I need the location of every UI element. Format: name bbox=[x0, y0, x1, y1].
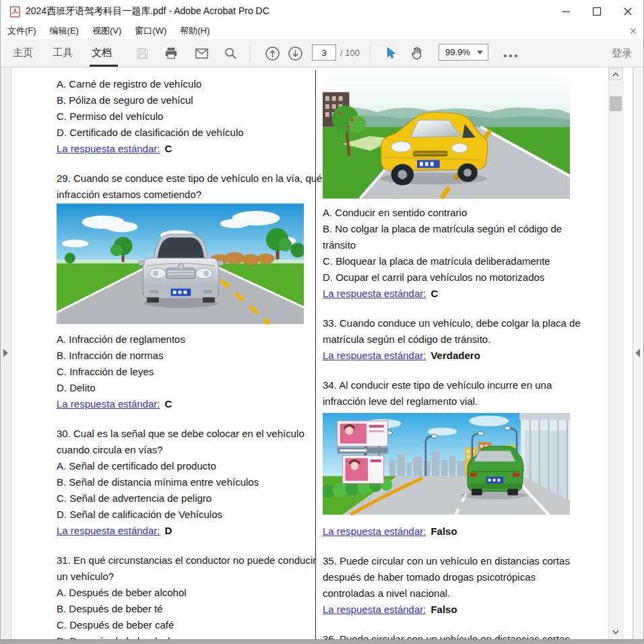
chevron-down-icon bbox=[477, 51, 483, 55]
option-line: B. Póliza de seguro de vehícul bbox=[57, 92, 309, 108]
question-line: 33. Cuando conduce un vehículo, debe col… bbox=[323, 315, 575, 331]
option-line: C. Infracción de leyes bbox=[57, 364, 309, 380]
tab-document[interactable]: 文档 bbox=[92, 39, 112, 65]
answer-link[interactable]: La respuesta estándar: bbox=[323, 525, 426, 537]
question-line: controladas a nivel nacional. bbox=[323, 585, 575, 602]
answer-line: La respuesta estándar:C bbox=[57, 396, 309, 412]
question-line: 34. Al conducir este tipo de vehículo in… bbox=[323, 377, 575, 393]
zoom-level-value: 99.9% bbox=[445, 47, 477, 57]
page-number-input[interactable] bbox=[312, 44, 336, 61]
answer-link[interactable]: La respuesta estándar: bbox=[57, 398, 160, 410]
question-line: cuando circula en vías? bbox=[57, 442, 309, 458]
answer-line: La respuesta estándar:Falso bbox=[323, 602, 575, 618]
option-line: C. Permiso del vehículo bbox=[57, 108, 309, 125]
option-line: B. Después de beber té bbox=[57, 601, 309, 617]
question-line: 30. Cual es la señal que se debe colocar… bbox=[57, 426, 309, 442]
maximize-button[interactable] bbox=[581, 0, 612, 23]
answer-value: D bbox=[164, 525, 172, 536]
answer-line: La respuesta estándar:Falso bbox=[323, 523, 575, 540]
menu-bar: 文件(F) 编辑(E) 视图(V) 窗口(W) 帮助(H) bbox=[1, 23, 643, 39]
answer-link[interactable]: La respuesta estándar: bbox=[57, 525, 160, 536]
scroll-down-button[interactable] bbox=[609, 626, 622, 638]
window-bottom-edge bbox=[1, 639, 643, 644]
maximize-icon bbox=[593, 7, 601, 15]
answer-value: Falso bbox=[430, 604, 457, 615]
question-line: 35. Puede circular con un vehículo en di… bbox=[323, 553, 575, 569]
page-total-label: / 100 bbox=[340, 39, 360, 67]
option-line: D. Señal de calificación de Vehículos bbox=[57, 507, 309, 523]
menu-file[interactable]: 文件(F) bbox=[1, 23, 43, 39]
menu-view[interactable]: 视图(V) bbox=[86, 23, 128, 39]
search-button[interactable] bbox=[222, 44, 239, 62]
answer-line: La respuesta estándar:D bbox=[57, 523, 309, 539]
option-line: C. Señal de advertencia de peligro bbox=[57, 490, 309, 507]
toolbar: 主页 工具 文档 / 100 bbox=[1, 39, 643, 67]
close-button[interactable] bbox=[612, 0, 643, 23]
answer-value: C bbox=[430, 288, 438, 299]
question-line: infracción estamos cometiendo? bbox=[57, 187, 309, 203]
answer-link[interactable]: La respuesta estándar: bbox=[323, 604, 426, 615]
answer-value: C bbox=[164, 398, 172, 410]
tab-tools[interactable]: 工具 bbox=[53, 39, 73, 65]
next-page-button[interactable] bbox=[286, 44, 304, 62]
select-tool-icon bbox=[383, 46, 398, 61]
window-title: 2024西班牙语驾考科目一题库.pdf - Adobe Acrobat Pro … bbox=[26, 5, 269, 18]
pdf-page: A. Carné de registro de vehículo B. Póli… bbox=[11, 67, 609, 640]
menu-help[interactable]: 帮助(H) bbox=[173, 23, 216, 39]
option-line: A. Después de beber alcohol bbox=[57, 585, 309, 601]
option-line: D. Ocupar el carril para vehículos no mo… bbox=[323, 269, 575, 286]
menu-window[interactable]: 窗口(W) bbox=[128, 23, 173, 39]
vertical-scrollbar[interactable] bbox=[608, 67, 623, 640]
previous-page-button[interactable] bbox=[263, 44, 281, 62]
answer-link[interactable]: La respuesta estándar: bbox=[323, 288, 426, 299]
expand-left-panel-icon[interactable] bbox=[3, 349, 8, 357]
question-line: 29. Cuando se conduce este tipo de vehíc… bbox=[57, 170, 309, 187]
answer-value: C bbox=[164, 143, 172, 154]
question-column-right: A. Conducir en sentido contrario B. No c… bbox=[323, 71, 575, 640]
answer-line: La respuesta estándar:C bbox=[323, 286, 575, 302]
more-tools-button[interactable] bbox=[502, 47, 519, 65]
active-tab-underline bbox=[90, 65, 118, 67]
pdf-file-icon bbox=[9, 6, 21, 18]
scroll-up-button[interactable] bbox=[609, 68, 622, 80]
answer-link[interactable]: La respuesta estándar: bbox=[57, 143, 160, 154]
answer-line: La respuesta estándar:C bbox=[57, 141, 309, 157]
option-line: B. Infracción de normas bbox=[57, 348, 309, 364]
email-button[interactable] bbox=[193, 44, 210, 62]
option-line: D. Delito bbox=[57, 380, 309, 396]
option-line: C. Bloquear la placa de matrícula delibe… bbox=[323, 253, 575, 269]
hand-tool-button[interactable] bbox=[408, 44, 426, 62]
option-line: C. Después de beber café bbox=[57, 617, 309, 633]
search-icon bbox=[223, 46, 238, 61]
answer-link[interactable]: La respuesta estándar: bbox=[323, 350, 426, 361]
select-tool-button[interactable] bbox=[382, 44, 399, 62]
minimize-icon bbox=[562, 11, 570, 12]
document-area: A. Carné de registro de vehículo B. Póli… bbox=[1, 67, 643, 640]
answer-value: Verdadero bbox=[430, 350, 480, 361]
minimize-button[interactable] bbox=[550, 0, 581, 23]
title-bar: 2024西班牙语驾考科目一题库.pdf - Adobe Acrobat Pro … bbox=[1, 0, 643, 23]
question-line: matrícula según el código de tránsito. bbox=[323, 331, 575, 348]
toolbar-close-icon[interactable] bbox=[630, 26, 637, 36]
right-panel-strip[interactable] bbox=[633, 67, 643, 640]
option-line: tránsito bbox=[323, 237, 575, 253]
scrollbar-thumb[interactable] bbox=[610, 96, 622, 111]
menu-edit[interactable]: 编辑(E) bbox=[43, 23, 86, 39]
option-line: D. Certificado de clasificación de vehíc… bbox=[57, 125, 309, 141]
sign-in-button[interactable]: 登录 bbox=[612, 39, 632, 67]
question-34-image-green-car bbox=[323, 412, 570, 515]
page-down-icon bbox=[287, 45, 304, 62]
close-icon bbox=[624, 7, 632, 15]
window-controls bbox=[550, 0, 643, 23]
email-icon bbox=[194, 46, 210, 61]
save-button[interactable] bbox=[133, 44, 151, 62]
option-line: A. Conducir en sentido contrario bbox=[323, 205, 575, 221]
zoom-control[interactable]: 99.9% bbox=[439, 44, 488, 61]
tab-home[interactable]: 主页 bbox=[13, 39, 33, 65]
print-button[interactable] bbox=[162, 44, 180, 62]
save-icon bbox=[135, 46, 150, 61]
left-panel-strip[interactable] bbox=[1, 67, 11, 640]
expand-right-panel-icon[interactable] bbox=[635, 349, 640, 357]
question-line: 31. En qué circunstancias el conductor n… bbox=[57, 552, 309, 569]
toolbar-separator bbox=[250, 45, 251, 61]
